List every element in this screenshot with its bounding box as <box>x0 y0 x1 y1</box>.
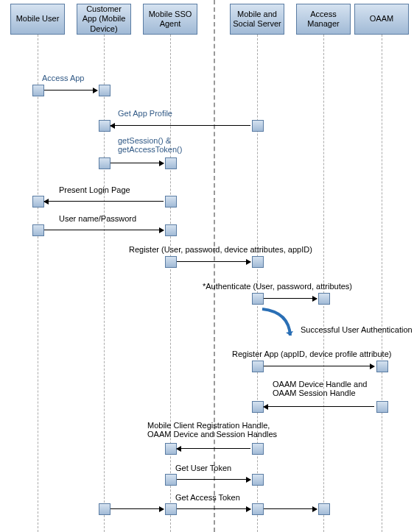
msg-oaam-handle: OAAM Device Handle and OAAM Session Hand… <box>273 380 367 397</box>
msg-register-app: Register App (appID, device profile attr… <box>232 350 391 358</box>
lane-access-manager: Access Manager <box>296 4 351 35</box>
msg-register: Register (User, password, device attribu… <box>129 245 312 254</box>
msg-access-app: Access App <box>42 74 84 82</box>
lane-oaam: OAAM <box>354 4 409 35</box>
lane-customer-app: Customer App (Mobile Device) <box>77 4 131 35</box>
msg-authenticate: *Authenticate (User, password, attribute… <box>203 282 352 291</box>
lane-mobile-social-server: Mobile and Social Server <box>230 4 284 35</box>
msg-get-session: getSession() & getAccessToken() <box>118 136 182 154</box>
msg-client-reg-handle: Mobile Client Registration Handle, OAAM … <box>147 421 277 439</box>
msg-success-auth: Successful User Authentication <box>301 325 413 334</box>
lane-mobile-user: Mobile User <box>10 4 65 35</box>
msg-get-app-profile: Get App Profile <box>118 109 172 118</box>
sequence-diagram: Mobile User Customer App (Mobile Device)… <box>0 0 414 532</box>
lane-mobile-sso-agent: Mobile SSO Agent <box>143 4 197 35</box>
msg-present-login: Present Login Page <box>59 185 130 194</box>
msg-credentials: User name/Password <box>59 214 136 223</box>
msg-get-user-token: Get User Token <box>175 464 231 472</box>
msg-get-access-token: Get Access Token <box>175 493 240 502</box>
success-arrow-icon <box>258 308 299 340</box>
